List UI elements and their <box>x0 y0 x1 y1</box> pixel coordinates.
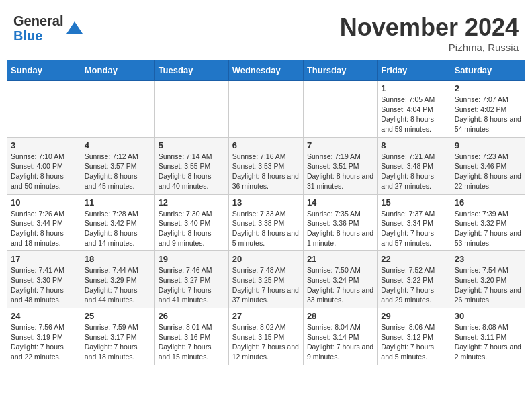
calendar-cell: 3Sunrise: 7:10 AM Sunset: 4:00 PM Daylig… <box>7 137 81 194</box>
day-number: 6 <box>232 140 300 150</box>
calendar-cell: 13Sunrise: 7:33 AM Sunset: 3:38 PM Dayli… <box>228 194 303 251</box>
day-info: Sunrise: 7:30 AM Sunset: 3:40 PM Dayligh… <box>159 209 225 248</box>
day-header-thursday: Thursday <box>303 60 377 81</box>
day-header-sunday: Sunday <box>7 60 81 81</box>
calendar-cell: 4Sunrise: 7:12 AM Sunset: 3:57 PM Daylig… <box>81 137 154 194</box>
day-info: Sunrise: 8:06 AM Sunset: 3:12 PM Dayligh… <box>381 322 447 362</box>
calendar-cell: 25Sunrise: 7:59 AM Sunset: 3:17 PM Dayli… <box>81 308 154 365</box>
day-number: 15 <box>381 197 447 208</box>
calendar-header: SundayMondayTuesdayWednesdayThursdayFrid… <box>7 60 525 81</box>
calendar-cell <box>81 81 154 138</box>
day-header-row: SundayMondayTuesdayWednesdayThursdayFrid… <box>7 60 525 81</box>
day-info: Sunrise: 7:37 AM Sunset: 3:34 PM Dayligh… <box>381 209 447 248</box>
day-info: Sunrise: 7:33 AM Sunset: 3:38 PM Dayligh… <box>232 209 300 248</box>
day-info: Sunrise: 7:14 AM Sunset: 3:55 PM Dayligh… <box>159 152 225 191</box>
calendar-cell: 26Sunrise: 8:01 AM Sunset: 3:16 PM Dayli… <box>154 308 228 365</box>
calendar-cell: 24Sunrise: 7:56 AM Sunset: 3:19 PM Dayli… <box>7 308 81 365</box>
month-title: November 2024 <box>340 13 519 42</box>
calendar-cell: 28Sunrise: 8:04 AM Sunset: 3:14 PM Dayli… <box>303 308 377 365</box>
day-number: 30 <box>455 311 521 321</box>
calendar-cell: 7Sunrise: 7:19 AM Sunset: 3:51 PM Daylig… <box>303 137 377 194</box>
day-info: Sunrise: 7:41 AM Sunset: 3:30 PM Dayligh… <box>11 265 77 305</box>
day-number: 21 <box>307 254 373 264</box>
calendar-cell: 5Sunrise: 7:14 AM Sunset: 3:55 PM Daylig… <box>154 137 228 194</box>
day-info: Sunrise: 7:19 AM Sunset: 3:51 PM Dayligh… <box>307 152 373 191</box>
logo-icon <box>65 19 84 38</box>
day-number: 14 <box>307 197 373 208</box>
calendar-cell: 23Sunrise: 7:54 AM Sunset: 3:20 PM Dayli… <box>451 251 525 308</box>
day-info: Sunrise: 7:39 AM Sunset: 3:32 PM Dayligh… <box>455 209 521 248</box>
week-row-2: 3Sunrise: 7:10 AM Sunset: 4:00 PM Daylig… <box>7 137 525 194</box>
logo-general-text: General <box>13 13 63 28</box>
calendar-cell: 14Sunrise: 7:35 AM Sunset: 3:36 PM Dayli… <box>303 194 377 251</box>
day-info: Sunrise: 8:02 AM Sunset: 3:15 PM Dayligh… <box>232 322 300 362</box>
day-number: 1 <box>381 83 447 93</box>
calendar-cell <box>228 81 303 138</box>
location: Pizhma, Russia <box>340 42 519 53</box>
day-info: Sunrise: 7:44 AM Sunset: 3:29 PM Dayligh… <box>85 265 151 305</box>
day-info: Sunrise: 7:52 AM Sunset: 3:22 PM Dayligh… <box>381 265 447 305</box>
calendar-cell: 10Sunrise: 7:26 AM Sunset: 3:44 PM Dayli… <box>7 194 81 251</box>
calendar-cell <box>154 81 228 138</box>
day-info: Sunrise: 7:54 AM Sunset: 3:20 PM Dayligh… <box>455 265 521 305</box>
day-number: 26 <box>159 311 225 321</box>
day-number: 2 <box>455 83 521 93</box>
day-number: 8 <box>381 140 447 150</box>
title-block: November 2024 Pizhma, Russia <box>340 13 519 53</box>
day-number: 12 <box>159 197 225 208</box>
day-number: 10 <box>11 197 77 208</box>
calendar-cell: 19Sunrise: 7:46 AM Sunset: 3:27 PM Dayli… <box>154 251 228 308</box>
logo-blue-text: Blue <box>13 28 63 43</box>
calendar-cell: 9Sunrise: 7:23 AM Sunset: 3:46 PM Daylig… <box>451 137 525 194</box>
day-info: Sunrise: 8:08 AM Sunset: 3:11 PM Dayligh… <box>455 322 521 362</box>
week-row-5: 24Sunrise: 7:56 AM Sunset: 3:19 PM Dayli… <box>7 308 525 365</box>
calendar-cell: 30Sunrise: 8:08 AM Sunset: 3:11 PM Dayli… <box>451 308 525 365</box>
day-number: 13 <box>232 197 300 208</box>
calendar-cell: 20Sunrise: 7:48 AM Sunset: 3:25 PM Dayli… <box>228 251 303 308</box>
day-number: 17 <box>11 254 77 264</box>
day-info: Sunrise: 8:01 AM Sunset: 3:16 PM Dayligh… <box>159 322 225 362</box>
day-number: 5 <box>159 140 225 150</box>
day-number: 16 <box>455 197 521 208</box>
calendar-cell: 6Sunrise: 7:16 AM Sunset: 3:53 PM Daylig… <box>228 137 303 194</box>
calendar-cell <box>7 81 81 138</box>
day-number: 4 <box>85 140 151 150</box>
day-info: Sunrise: 7:21 AM Sunset: 3:48 PM Dayligh… <box>381 152 447 191</box>
day-info: Sunrise: 7:16 AM Sunset: 3:53 PM Dayligh… <box>232 152 300 191</box>
week-row-4: 17Sunrise: 7:41 AM Sunset: 3:30 PM Dayli… <box>7 251 525 308</box>
calendar-cell: 29Sunrise: 8:06 AM Sunset: 3:12 PM Dayli… <box>378 308 451 365</box>
calendar-cell: 11Sunrise: 7:28 AM Sunset: 3:42 PM Dayli… <box>81 194 154 251</box>
calendar-cell: 27Sunrise: 8:02 AM Sunset: 3:15 PM Dayli… <box>228 308 303 365</box>
calendar-cell: 16Sunrise: 7:39 AM Sunset: 3:32 PM Dayli… <box>451 194 525 251</box>
day-number: 19 <box>159 254 225 264</box>
calendar-table: SundayMondayTuesdayWednesdayThursdayFrid… <box>7 60 525 365</box>
day-info: Sunrise: 7:10 AM Sunset: 4:00 PM Dayligh… <box>11 152 77 191</box>
calendar-cell: 1Sunrise: 7:05 AM Sunset: 4:04 PM Daylig… <box>378 81 451 138</box>
day-info: Sunrise: 7:46 AM Sunset: 3:27 PM Dayligh… <box>159 265 225 305</box>
logo: General Blue <box>13 13 84 43</box>
day-header-saturday: Saturday <box>451 60 525 81</box>
page-header: General Blue November 2024 Pizhma, Russi… <box>7 7 525 56</box>
calendar-cell: 18Sunrise: 7:44 AM Sunset: 3:29 PM Dayli… <box>81 251 154 308</box>
day-number: 3 <box>11 140 77 150</box>
day-number: 28 <box>307 311 373 321</box>
day-info: Sunrise: 7:12 AM Sunset: 3:57 PM Dayligh… <box>85 152 151 191</box>
day-number: 9 <box>455 140 521 150</box>
calendar-cell: 21Sunrise: 7:50 AM Sunset: 3:24 PM Dayli… <box>303 251 377 308</box>
day-info: Sunrise: 7:56 AM Sunset: 3:19 PM Dayligh… <box>11 322 77 362</box>
day-number: 25 <box>85 311 151 321</box>
calendar-cell <box>303 81 377 138</box>
day-header-friday: Friday <box>378 60 451 81</box>
svg-marker-0 <box>66 21 83 34</box>
day-info: Sunrise: 7:48 AM Sunset: 3:25 PM Dayligh… <box>232 265 300 305</box>
calendar-cell: 8Sunrise: 7:21 AM Sunset: 3:48 PM Daylig… <box>378 137 451 194</box>
day-info: Sunrise: 7:35 AM Sunset: 3:36 PM Dayligh… <box>307 209 373 248</box>
day-info: Sunrise: 7:26 AM Sunset: 3:44 PM Dayligh… <box>11 209 77 248</box>
calendar-cell: 15Sunrise: 7:37 AM Sunset: 3:34 PM Dayli… <box>378 194 451 251</box>
day-number: 29 <box>381 311 447 321</box>
day-header-tuesday: Tuesday <box>154 60 228 81</box>
day-number: 11 <box>85 197 151 208</box>
day-number: 20 <box>232 254 300 264</box>
day-info: Sunrise: 7:23 AM Sunset: 3:46 PM Dayligh… <box>455 152 521 191</box>
calendar-cell: 22Sunrise: 7:52 AM Sunset: 3:22 PM Dayli… <box>378 251 451 308</box>
